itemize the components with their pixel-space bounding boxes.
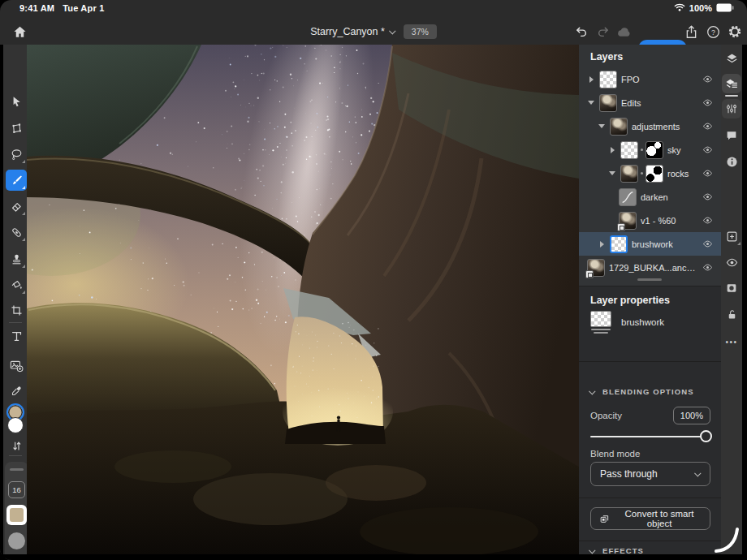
status-time: 9:41 AM [19, 3, 54, 13]
collapse-triangle-icon[interactable] [598, 124, 606, 128]
ipad-status-bar: 9:41 AMTue Apr 1 100% [0, 0, 747, 18]
svg-text:?: ? [711, 28, 715, 36]
layer-visibility-eye-icon[interactable] [702, 120, 714, 132]
layer-mask-thumbnail[interactable] [646, 165, 663, 183]
export-icon[interactable] [681, 22, 701, 41]
blend-mode-select[interactable]: Pass through [590, 462, 710, 486]
layer-row[interactable]: brushwork [579, 232, 721, 256]
help-icon[interactable]: ? [703, 22, 723, 41]
unlock-icon[interactable] [722, 304, 741, 324]
drag-handle[interactable] [10, 468, 24, 471]
tool-rail: 16 ••• [0, 45, 27, 554]
layer-row[interactable]: v1 - %60 [579, 209, 721, 232]
collapse-triangle-icon[interactable] [587, 101, 595, 105]
layers-resize-handle[interactable] [637, 278, 662, 281]
opacity-value-field[interactable]: 100% [673, 407, 710, 424]
place-photo-tool[interactable] [6, 355, 27, 376]
lasso-select-tool[interactable] [6, 144, 27, 165]
document-title[interactable]: Starry_Canyon * [310, 26, 395, 37]
expand-triangle-icon[interactable] [587, 76, 595, 83]
layers-list-section: Layers FPOEditsadjustmentsskyrocksdarken… [579, 45, 721, 286]
expand-triangle-icon[interactable] [608, 147, 616, 153]
convert-to-smart-object-button[interactable]: Convert to smart object [590, 507, 710, 530]
layers-panel-title: Layers [590, 51, 623, 62]
move-tool[interactable] [6, 91, 27, 112]
eraser-tool[interactable] [6, 196, 27, 217]
more-options-icon[interactable]: ••• [722, 332, 741, 351]
fill-tool[interactable] [6, 274, 27, 295]
expand-triangle-icon[interactable] [598, 241, 606, 248]
layer-name: sky [667, 145, 697, 155]
layer-row[interactable]: adjustments [579, 114, 721, 138]
clone-stamp-tool[interactable] [6, 248, 27, 269]
crop-tool[interactable] [6, 299, 27, 321]
status-time-date: 9:41 AMTue Apr 1 [19, 3, 112, 13]
home-icon[interactable] [10, 22, 29, 41]
properties-sliders-icon[interactable] [722, 99, 741, 118]
blending-options-header[interactable]: BLENDING OPTIONS [590, 387, 694, 396]
layer-visibility-eye-icon[interactable] [702, 238, 714, 250]
layer-thumbnail[interactable] [587, 259, 605, 277]
bottom-edge [0, 554, 747, 560]
add-layer-icon[interactable] [722, 226, 741, 246]
layers-detail-icon[interactable] [722, 74, 741, 93]
section-chevron-icon [589, 547, 595, 554]
layer-row[interactable]: darken [579, 185, 721, 209]
brush-size-field[interactable]: 16 [8, 481, 25, 498]
background-color-swatch[interactable] [7, 417, 24, 433]
document-canvas[interactable] [27, 45, 579, 554]
layer-properties-section: Layer properties brushwork BLENDING OPTI… [579, 286, 721, 554]
type-tool[interactable] [6, 325, 27, 347]
wifi-icon [674, 2, 685, 14]
layer-thumbnail[interactable] [619, 188, 637, 206]
layer-visibility-eye-icon[interactable] [702, 261, 714, 274]
layer-thumbnail[interactable] [610, 118, 628, 136]
properties-layer-name: brushwork [621, 317, 664, 327]
info-icon[interactable] [722, 152, 741, 171]
layer-thumbnail[interactable] [619, 212, 637, 230]
layer-visibility-eye-icon[interactable] [702, 191, 714, 203]
settings-gear-icon[interactable] [725, 22, 745, 41]
layer-thumbnail[interactable] [620, 165, 638, 183]
healing-brush-tool[interactable] [6, 222, 27, 243]
layer-name: v1 - %60 [641, 216, 697, 226]
visibility-eye-icon[interactable] [722, 252, 741, 272]
battery-icon [716, 3, 734, 14]
layer-mask-thumbnail[interactable] [646, 141, 663, 159]
layer-name: 1729_BURKA...anced-NR33 [609, 263, 697, 273]
layer-row[interactable]: FPO [579, 67, 721, 91]
brush-tool[interactable] [6, 170, 27, 191]
brush-hardness-swatch[interactable] [8, 532, 25, 549]
comment-icon[interactable] [722, 126, 741, 145]
layer-thumbnail[interactable] [610, 235, 628, 253]
brush-color-swatch[interactable] [6, 505, 27, 525]
zoom-level-badge[interactable]: 37% [404, 24, 437, 39]
layer-visibility-eye-icon[interactable] [702, 144, 714, 156]
layer-row[interactable]: rocks [579, 162, 721, 185]
layer-name: Edits [621, 98, 697, 108]
undo-icon[interactable] [572, 22, 591, 41]
swap-colors-icon[interactable] [6, 435, 27, 456]
layer-row[interactable]: 1729_BURKA...anced-NR33 [579, 256, 721, 279]
layer-visibility-eye-icon[interactable] [702, 97, 714, 109]
redo-icon[interactable] [593, 22, 612, 41]
layer-name: brushwork [632, 239, 697, 249]
layer-thumbnail[interactable] [599, 94, 617, 112]
opacity-slider[interactable] [590, 431, 710, 442]
layer-visibility-eye-icon[interactable] [702, 214, 714, 226]
layer-row[interactable]: sky [579, 138, 721, 162]
collapse-triangle-icon[interactable] [608, 171, 616, 175]
cloud-sync-icon [614, 22, 633, 41]
layer-mask-icon[interactable] [722, 278, 741, 298]
eyedropper-tool[interactable] [6, 381, 27, 402]
layer-thumbnail[interactable] [620, 141, 638, 159]
smart-object-badge [617, 223, 625, 231]
layer-row[interactable]: Edits [579, 91, 721, 114]
transform-tool[interactable] [6, 118, 27, 139]
layer-visibility-eye-icon[interactable] [702, 73, 714, 85]
layer-thumbnail[interactable] [599, 71, 617, 88]
layers-compact-icon[interactable] [722, 49, 741, 68]
layer-visibility-eye-icon[interactable] [702, 167, 714, 179]
opacity-slider-knob[interactable] [700, 430, 712, 442]
brush-options-group: 16 ••• [5, 462, 28, 560]
